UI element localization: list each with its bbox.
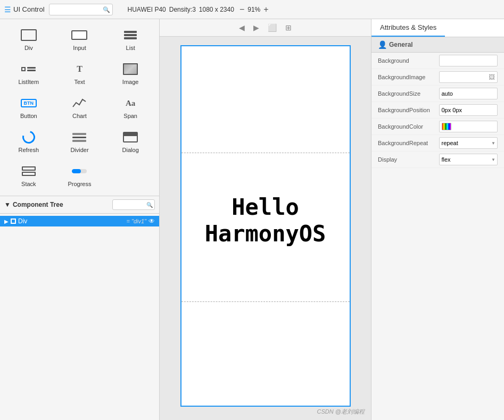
prop-display-label: Display: [378, 156, 437, 163]
prop-bgsize-label: BackgroundSize: [378, 90, 437, 97]
prop-bgsize-input[interactable]: auto: [439, 88, 498, 99]
component-chart-label: Chart: [72, 113, 87, 119]
component-button-label: Button: [20, 113, 37, 119]
hello-harmonyos-text: Hello HarmonyOS: [181, 194, 350, 248]
prop-bgpos-value: 0px 0px: [439, 104, 498, 116]
prop-background-size: BackgroundSize auto: [371, 86, 504, 102]
tree-visibility-icon[interactable]: 👁: [148, 217, 155, 225]
general-section-title: General: [389, 41, 413, 48]
multi-device-button[interactable]: ⊞: [283, 22, 294, 33]
component-divider[interactable]: Divider: [55, 125, 104, 157]
component-list[interactable]: List: [106, 23, 155, 55]
device-frame: Hello HarmonyOS: [180, 45, 351, 407]
component-progress[interactable]: Progress: [55, 159, 104, 191]
color-swatch-icon: [442, 123, 451, 130]
device-density: Density:3: [169, 6, 196, 13]
prop-background: Background: [371, 53, 504, 69]
component-tree-body: ▶ Div = "div1" 👁: [0, 214, 159, 420]
span-icon: Aa: [121, 96, 140, 111]
dashed-line-top: [181, 153, 350, 153]
tree-search-icon: 🔍: [146, 202, 153, 208]
image-icon: [121, 62, 140, 77]
component-input[interactable]: Input: [55, 23, 104, 55]
prop-bgimage-label: BackgroundImage: [378, 74, 437, 80]
prop-bgrepeat-value: repeat no-repeat repeat-x repeat-y ▼: [439, 137, 498, 149]
prop-background-color: BackgroundColor: [371, 119, 504, 135]
nav-back-button[interactable]: ◀: [237, 22, 247, 33]
device-frame-inner: Hello HarmonyOS: [181, 46, 350, 406]
watermark: CSDN @老刘编程: [317, 408, 365, 416]
prop-bgrepeat-label: BackgroundRepeat: [378, 140, 437, 146]
component-text[interactable]: T Text: [55, 57, 104, 89]
prop-display: Display flex block inline none ▼: [371, 152, 504, 168]
canvas-area: ◀ ▶ ⬜ ⊞ Hello HarmonyOS CSDN @老刘编程: [160, 19, 371, 420]
component-listitem[interactable]: ListItem: [4, 57, 53, 89]
zoom-out-button[interactable]: −: [238, 5, 245, 14]
tree-item-div1[interactable]: ▶ Div = "div1" 👁: [0, 216, 159, 226]
tree-item-label: Div: [18, 217, 125, 225]
device-info: HUAWEI P40 Density:3 1080 x 2340: [128, 6, 234, 13]
device-frame-wrap: Hello HarmonyOS: [172, 37, 359, 420]
component-refresh-label: Refresh: [19, 147, 39, 153]
prop-bgpos-label: BackgroundPosition: [378, 107, 437, 113]
prop-bgimage-value: 🖼: [439, 71, 498, 83]
top-bar: ☰ UI Control 🔍 HUAWEI P40 Density:3 1080…: [0, 0, 504, 19]
prop-bgcolor-label: BackgroundColor: [378, 123, 437, 130]
tree-collapse-icon[interactable]: ▼: [4, 201, 11, 208]
tree-item-value: = "div1": [127, 218, 146, 224]
prop-bgrepeat-select[interactable]: repeat no-repeat repeat-x repeat-y: [439, 137, 498, 149]
div-icon: [19, 28, 38, 43]
prop-background-image: BackgroundImage 🖼: [371, 69, 504, 86]
list-icon: [121, 28, 140, 43]
attributes-tab[interactable]: Attributes & Styles: [371, 19, 445, 37]
dashed-line-bottom: [181, 301, 350, 302]
prop-display-select[interactable]: flex block inline none: [439, 154, 498, 165]
component-div[interactable]: Div: [4, 23, 53, 55]
canvas-toolbar: ◀ ▶ ⬜ ⊞: [160, 19, 371, 37]
tree-div-icon: [11, 219, 16, 224]
component-span[interactable]: Aa Span: [106, 91, 155, 123]
prop-bgsize-value: auto: [439, 88, 498, 99]
general-section-header: 👤 General: [371, 37, 504, 53]
input-icon: [70, 28, 89, 43]
app-title: ☰ UI Control: [4, 5, 45, 14]
component-image[interactable]: Image: [106, 57, 155, 89]
component-chart[interactable]: Chart: [55, 91, 104, 123]
prop-background-repeat: BackgroundRepeat repeat no-repeat repeat…: [371, 135, 504, 152]
prop-bgcolor-value: [439, 121, 498, 132]
right-panel: Attributes & Styles 👤 General Background…: [371, 19, 504, 420]
prop-bgpos-input[interactable]: 0px 0px: [439, 104, 498, 116]
button-icon: BTN: [19, 96, 38, 111]
prop-display-select-wrap: flex block inline none ▼: [439, 154, 498, 165]
zoom-in-button[interactable]: +: [262, 5, 269, 14]
left-panel: Div Input List: [0, 19, 160, 420]
component-listitem-label: ListItem: [19, 79, 39, 85]
tree-arrow-icon: ▶: [4, 219, 9, 224]
ui-control-icon: ☰: [4, 5, 11, 14]
component-progress-label: Progress: [68, 181, 91, 187]
component-div-label: Div: [24, 45, 33, 51]
component-tree: ▼ Component Tree 🔍 ▶ Div = "div1" 👁: [0, 196, 159, 420]
dialog-icon: [121, 130, 140, 145]
component-stack[interactable]: Stack: [4, 159, 53, 191]
top-search-icon: 🔍: [103, 6, 110, 13]
fit-screen-button[interactable]: ⬜: [266, 22, 279, 33]
component-image-label: Image: [122, 79, 139, 85]
component-divider-label: Divider: [70, 147, 88, 153]
text-icon: T: [70, 62, 89, 77]
prop-background-position: BackgroundPosition 0px 0px: [371, 102, 504, 119]
chart-icon: [70, 96, 89, 111]
component-stack-label: Stack: [21, 181, 36, 187]
prop-background-input[interactable]: [439, 55, 498, 66]
component-button[interactable]: BTN Button: [4, 91, 53, 123]
component-refresh[interactable]: Refresh: [4, 125, 53, 157]
progress-icon: [70, 164, 89, 179]
component-dialog[interactable]: Dialog: [106, 125, 155, 157]
prop-bgcolor-swatch[interactable]: [439, 121, 498, 132]
top-search-wrap: 🔍: [49, 4, 113, 15]
component-span-label: Span: [123, 113, 137, 119]
prop-bgimage-input[interactable]: 🖼: [439, 71, 498, 83]
component-dialog-label: Dialog: [122, 147, 139, 153]
prop-display-value: flex block inline none ▼: [439, 154, 498, 165]
nav-forward-button[interactable]: ▶: [251, 22, 261, 33]
